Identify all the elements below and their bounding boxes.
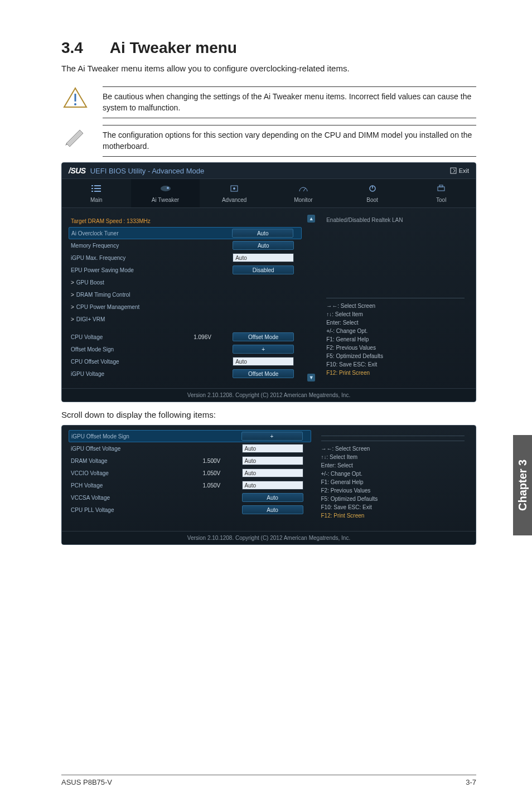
- svg-point-13: [233, 187, 235, 190]
- setting-row[interactable]: DRAM Voltage1.500VAuto: [69, 455, 311, 467]
- tab-tool[interactable]: Tool: [407, 179, 476, 207]
- svg-rect-8: [91, 191, 93, 192]
- help-key-line: +/-: Change Opt.: [326, 327, 465, 335]
- help-key-line: Enter: Select: [321, 461, 465, 470]
- help-key-line: ↑↓: Select Item: [326, 310, 465, 318]
- pen-icon: [61, 125, 89, 147]
- setting-row[interactable]: iGPU Offset VoltageAuto: [69, 442, 311, 455]
- svg-point-2: [74, 103, 76, 105]
- bios-titlebar: /SUS UEFI BIOS Utility - Advanced Mode E…: [62, 163, 476, 179]
- tab-monitor[interactable]: Monitor: [269, 179, 338, 207]
- setting-label: CPU Offset Voltage: [71, 359, 233, 365]
- bios-window-title: UEFI BIOS Utility - Advanced Mode: [90, 167, 204, 175]
- setting-row[interactable]: iGPU Offset Mode Sign+: [69, 430, 311, 442]
- setting-label: Ai Overclock Tuner: [71, 230, 232, 236]
- setting-label: Offset Mode Sign: [71, 346, 233, 352]
- setting-row[interactable]: EPU Power Saving ModeDisabled: [69, 264, 302, 276]
- scroll-up-icon[interactable]: ▲: [307, 215, 315, 223]
- gauge-icon: [271, 185, 336, 195]
- text-input[interactable]: Auto: [242, 468, 303, 477]
- bios-footer: Version 2.10.1208. Copyright (C) 2012 Am…: [62, 388, 476, 402]
- setting-row: [69, 325, 302, 331]
- setting-row[interactable]: Offset Mode Sign+: [69, 343, 302, 355]
- svg-rect-7: [94, 188, 101, 189]
- setting-row[interactable]: Ai Overclock TunerAuto: [69, 227, 302, 239]
- setting-row[interactable]: Memory FrequencyAuto: [69, 239, 302, 252]
- setting-row[interactable]: VCCIO Voltage1.050VAuto: [69, 467, 311, 479]
- setting-label: Target DRAM Speed : 1333MHz: [71, 218, 233, 224]
- dropdown-field[interactable]: +: [233, 345, 294, 354]
- caution-text: Be cautious when changing the settings o…: [103, 86, 476, 118]
- scroll-caption: Scroll down to display the following ite…: [61, 410, 476, 419]
- info-text: The configuration options for this secti…: [103, 125, 476, 157]
- setting-row[interactable]: VCCSA VoltageAuto: [69, 491, 311, 504]
- voltage-reading: 1.050V: [203, 482, 242, 489]
- setting-label: CPU PLL Voltage: [71, 507, 242, 513]
- setting-row[interactable]: iGPU Max. FrequencyAuto: [69, 252, 302, 264]
- svg-rect-18: [439, 185, 443, 187]
- tab-advanced[interactable]: Advanced: [200, 179, 269, 207]
- dropdown-field[interactable]: Offset Mode: [233, 332, 294, 341]
- tab-label: Monitor: [271, 197, 336, 203]
- text-input[interactable]: Auto: [233, 357, 294, 366]
- setting-label: iGPU Max. Frequency: [71, 255, 233, 261]
- chapter-side-tab: Chapter 3: [513, 435, 532, 535]
- dropdown-field[interactable]: Auto: [242, 505, 303, 514]
- text-input[interactable]: Auto: [242, 444, 303, 453]
- help-text: Enabled/Disabled Realtek LAN: [326, 217, 465, 223]
- help-key-line: Enter: Select: [326, 318, 465, 327]
- bios-window-continued: iGPU Offset Mode Sign+iGPU Offset Voltag…: [61, 425, 476, 545]
- tab-ai-tweaker[interactable]: Ai Tweaker: [131, 179, 200, 207]
- dropdown-field[interactable]: Disabled: [233, 265, 294, 274]
- exit-button[interactable]: Exit: [450, 167, 469, 174]
- tab-main[interactable]: Main: [62, 179, 131, 207]
- dropdown-field[interactable]: Auto: [233, 241, 294, 250]
- caution-icon: [61, 86, 89, 109]
- dropdown-field[interactable]: Auto: [232, 229, 293, 238]
- tab-boot[interactable]: Boot: [338, 179, 407, 207]
- text-input[interactable]: Auto: [233, 253, 294, 262]
- help-key-line: F5: Optimized Defaults: [321, 495, 465, 503]
- setting-label: CPU Voltage: [71, 334, 194, 340]
- voltage-reading: 1.050V: [203, 470, 242, 476]
- dropdown-field[interactable]: Auto: [242, 493, 303, 502]
- setting-row[interactable]: >DRAM Timing Control: [69, 288, 302, 301]
- text-input[interactable]: Auto: [242, 481, 303, 490]
- asus-logo: /SUS: [69, 166, 86, 175]
- setting-row[interactable]: CPU PLL VoltageAuto: [69, 504, 311, 516]
- help-key-line: F10: Save ESC: Exit: [326, 360, 465, 369]
- help-key-line: F5: Optimized Defaults: [326, 352, 465, 360]
- footer-rule: [61, 775, 476, 775]
- setting-label: >GPU Boost: [71, 279, 233, 286]
- help-key-line: F2: Previous Values: [321, 486, 465, 495]
- setting-row[interactable]: PCH Voltage1.050VAuto: [69, 479, 311, 491]
- setting-row[interactable]: CPU Voltage1.096VOffset Mode: [69, 331, 302, 343]
- help-key-line: F12: Print Screen: [326, 369, 465, 377]
- svg-rect-4: [91, 185, 93, 186]
- setting-label: Memory Frequency: [71, 243, 233, 249]
- svg-point-10: [161, 186, 171, 191]
- tweaker-icon: [133, 185, 198, 195]
- bios-footer: Version 2.10.1208. Copyright (C) 2012 Am…: [62, 531, 476, 544]
- dropdown-field[interactable]: +: [241, 432, 303, 441]
- help-key-line: ↑↓: Select Item: [321, 453, 465, 461]
- text-input[interactable]: Auto: [242, 456, 303, 465]
- help-key-line: F12: Print Screen: [321, 511, 465, 520]
- setting-row[interactable]: CPU Offset VoltageAuto: [69, 355, 302, 368]
- intro-paragraph: The Ai Tweaker menu items allow you to c…: [61, 64, 476, 73]
- setting-label: VCCSA Voltage: [71, 495, 242, 501]
- chevron-right-icon: >: [71, 316, 74, 322]
- setting-row[interactable]: iGPU VoltageOffset Mode: [69, 368, 302, 380]
- setting-label: DRAM Voltage: [71, 458, 203, 464]
- setting-label: EPU Power Saving Mode: [71, 267, 233, 273]
- exit-label: Exit: [459, 167, 469, 174]
- tab-label: Tool: [409, 197, 473, 203]
- dropdown-field[interactable]: Offset Mode: [233, 369, 294, 378]
- setting-row[interactable]: >GPU Boost: [69, 276, 302, 288]
- setting-row[interactable]: >CPU Power Management: [69, 301, 302, 313]
- footer-product: ASUS P8B75-V: [61, 778, 112, 786]
- setting-row[interactable]: >DIGI+ VRM: [69, 313, 302, 325]
- scroll-down-icon[interactable]: ▼: [307, 374, 315, 381]
- setting-label: PCH Voltage: [71, 482, 203, 489]
- power-icon: [340, 185, 405, 195]
